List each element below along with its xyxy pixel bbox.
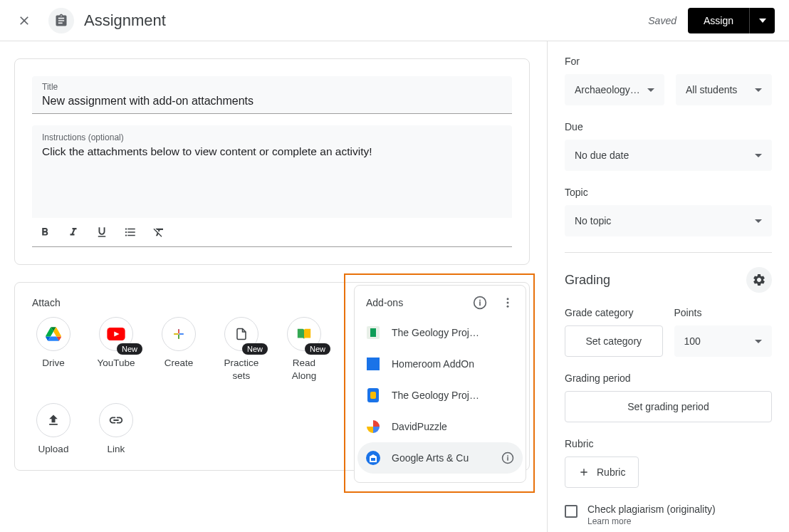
assignment-icon <box>48 8 74 33</box>
addons-more-button[interactable] <box>501 296 514 309</box>
attach-label: Link <box>108 443 125 456</box>
addon-icon-geology2 <box>366 388 380 402</box>
upload-icon <box>46 413 61 427</box>
attach-label: Practice sets <box>220 357 263 382</box>
instructions-label: Instructions (optional) <box>42 132 502 142</box>
gear-icon <box>752 273 766 287</box>
set-category-text: Set category <box>585 335 642 347</box>
addons-header: Add-ons <box>355 286 526 317</box>
students-select[interactable]: All students <box>676 74 772 105</box>
saved-status: Saved <box>648 15 676 26</box>
addons-highlight-box: Add-ons The Geology Proj… <box>344 273 535 493</box>
for-label: For <box>565 56 772 67</box>
bulleted-list-button[interactable] <box>123 225 137 239</box>
class-select-value: Archaeology … <box>575 84 642 95</box>
addon-icon-homeroom <box>366 357 380 371</box>
caret-down-icon <box>755 154 762 157</box>
sidebar: For Archaeology … All students Due No du… <box>547 41 789 532</box>
page-title: Assignment <box>84 11 648 30</box>
title-value: New assignment with add-on attachments <box>42 95 502 108</box>
grading-settings-button[interactable] <box>746 267 772 293</box>
more-vert-icon <box>501 296 514 309</box>
text-format-toolbar <box>32 218 512 247</box>
new-badge: New <box>305 343 330 355</box>
new-badge: New <box>117 343 142 355</box>
addon-item[interactable]: The Geology Proj… <box>355 380 526 411</box>
underline-button[interactable] <box>95 225 109 239</box>
points-value: 100 <box>684 335 701 347</box>
addons-info-button[interactable] <box>473 296 487 310</box>
caret-down-icon <box>755 340 762 343</box>
italic-button[interactable] <box>66 225 80 239</box>
grading-period-text: Set grading period <box>627 401 709 412</box>
attach-label: Drive <box>42 357 65 370</box>
due-label: Due <box>565 121 772 132</box>
addon-name: Homeroom AddOn <box>392 358 514 370</box>
attach-youtube[interactable]: New YouTube <box>95 317 137 382</box>
rubric-button[interactable]: Rubric <box>565 457 639 488</box>
addons-list[interactable]: The Geology Proj… Homeroom AddOn The Geo… <box>355 317 526 482</box>
grading-header: Grading <box>565 267 772 293</box>
plus-icon <box>578 466 590 478</box>
addon-info-button[interactable] <box>501 452 514 464</box>
svg-rect-3 <box>178 335 179 339</box>
class-select[interactable]: Archaeology … <box>565 74 664 105</box>
attach-upload[interactable]: Upload <box>32 403 75 456</box>
close-button[interactable] <box>14 11 34 31</box>
addon-name: Google Arts & Cu <box>392 452 490 464</box>
clear-formatting-button[interactable] <box>152 225 166 239</box>
close-icon <box>17 14 31 28</box>
bold-button[interactable] <box>38 225 52 239</box>
caret-down-icon <box>755 88 762 92</box>
topic-label: Topic <box>565 187 772 198</box>
addon-item[interactable]: Homeroom AddOn <box>355 348 526 380</box>
title-label: Title <box>42 82 502 92</box>
rubric-label: Rubric <box>565 438 772 449</box>
addons-title: Add-ons <box>366 297 473 308</box>
assign-menu-button[interactable] <box>749 8 775 33</box>
attach-read-along[interactable]: New Read Along <box>283 317 325 382</box>
drive-icon <box>46 327 61 341</box>
title-field[interactable]: Title New assignment with add-on attachm… <box>32 76 512 114</box>
practice-sets-icon <box>235 326 248 342</box>
italic-icon <box>67 226 80 239</box>
addon-item[interactable]: The Geology Proj… <box>355 317 526 348</box>
set-grading-period-button[interactable]: Set grading period <box>565 391 772 422</box>
caret-down-icon <box>755 219 762 223</box>
learn-more-link[interactable]: Learn more <box>587 516 716 526</box>
grading-period-label: Grading period <box>565 372 772 384</box>
attach-label: YouTube <box>97 357 135 370</box>
plagiarism-checkbox[interactable] <box>565 505 578 518</box>
svg-rect-1 <box>178 329 179 333</box>
set-category-button[interactable]: Set category <box>565 325 663 357</box>
instructions-field[interactable]: Instructions (optional) Click the attach… <box>32 125 512 218</box>
topic-select[interactable]: No topic <box>565 205 772 236</box>
assignment-form-card: Title New assignment with add-on attachm… <box>14 58 530 265</box>
addon-item[interactable]: DavidPuzzle <box>355 411 526 442</box>
new-badge: New <box>242 343 268 355</box>
due-date-select[interactable]: No due date <box>565 140 772 171</box>
topic-value: No topic <box>575 215 611 226</box>
attach-card: Attach Drive New YouTube <box>14 282 530 471</box>
svg-rect-9 <box>370 328 376 337</box>
points-label: Points <box>674 307 773 318</box>
bold-icon <box>38 226 51 239</box>
info-icon <box>473 296 487 310</box>
attach-drive[interactable]: Drive <box>32 317 75 382</box>
plagiarism-label: Check plagiarism (originality) <box>587 504 716 515</box>
addon-item-hover[interactable]: Google Arts & Cu <box>357 442 523 474</box>
attach-label: Create <box>164 357 194 370</box>
svg-point-5 <box>507 298 509 300</box>
attach-create[interactable]: Create <box>157 317 200 382</box>
main-panel: Title New assignment with add-on attachm… <box>0 41 547 532</box>
assign-button[interactable]: Assign <box>688 8 749 33</box>
addon-name: The Geology Proj… <box>392 390 514 401</box>
attach-practice-sets[interactable]: New Practice sets <box>220 317 263 382</box>
link-icon <box>108 416 124 424</box>
addon-name: The Geology Proj… <box>392 327 514 338</box>
attach-link[interactable]: Link <box>95 403 137 456</box>
caret-down-icon <box>759 19 766 23</box>
svg-rect-10 <box>367 358 380 370</box>
points-select[interactable]: 100 <box>674 325 773 357</box>
svg-rect-2 <box>179 333 184 335</box>
